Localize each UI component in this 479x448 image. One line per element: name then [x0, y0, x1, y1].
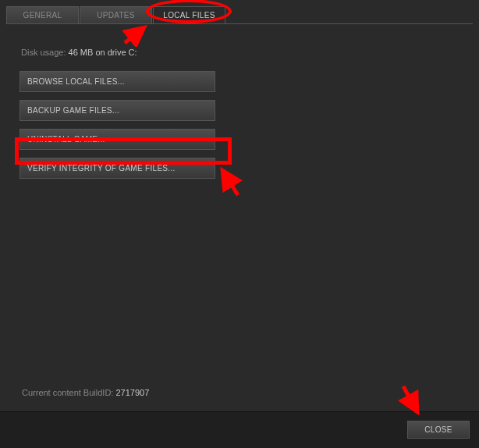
- disk-usage-label: Disk usage: 46 MB on drive C:: [21, 48, 459, 57]
- uninstall-game-button[interactable]: UNINSTALL GAME...: [20, 129, 215, 150]
- backup-game-files-button[interactable]: BACKUP GAME FILES...: [20, 100, 215, 121]
- verify-integrity-button[interactable]: VERIFY INTEGRITY OF GAME FILES...: [20, 158, 215, 179]
- tab-general[interactable]: GENERAL: [6, 6, 79, 23]
- tab-local-files[interactable]: LOCAL FILES: [153, 6, 225, 23]
- tab-updates[interactable]: UPDATES: [80, 6, 152, 23]
- browse-local-files-button[interactable]: BROWSE LOCAL FILES...: [20, 71, 215, 92]
- tabs-bar: GENERAL UPDATES LOCAL FILES: [6, 6, 473, 24]
- disk-usage-text: Disk usage:: [21, 48, 69, 57]
- svg-line-5: [403, 386, 417, 412]
- content-area: Disk usage: 46 MB on drive C: BROWSE LOC…: [0, 24, 479, 198]
- build-info: Current content BuildID: 2717907: [22, 388, 149, 397]
- build-label: Current content BuildID:: [22, 388, 115, 397]
- build-value: 2717907: [115, 388, 149, 397]
- close-button[interactable]: CLOSE: [407, 421, 470, 439]
- footer: CLOSE: [0, 411, 479, 448]
- disk-usage-value: 46 MB on drive C:: [69, 48, 137, 57]
